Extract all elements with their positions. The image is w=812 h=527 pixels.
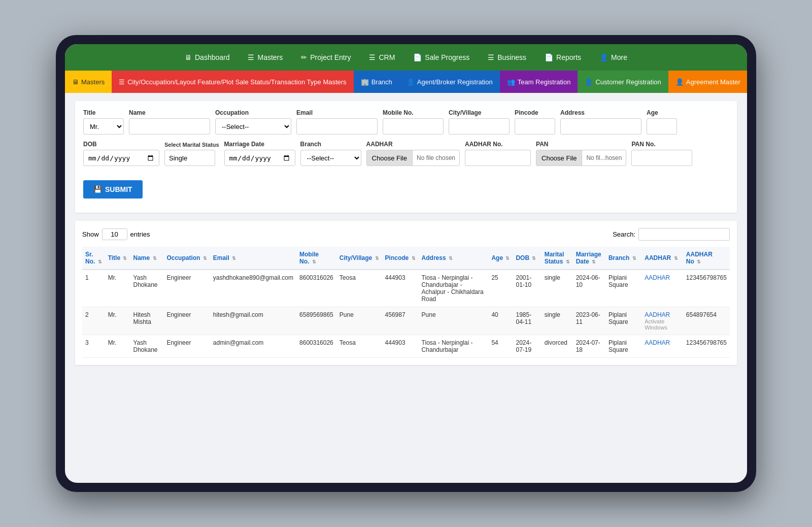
col-occupation[interactable]: Occupation ⇅ bbox=[163, 247, 210, 270]
col-aadhar[interactable]: AADHAR ⇅ bbox=[641, 247, 683, 270]
marital-input[interactable] bbox=[164, 150, 215, 166]
header-row: Sr.No. ⇅ Title ⇅ Name ⇅ Occupation ⇅ Ema… bbox=[82, 247, 730, 270]
top-navigation: 🖥 Dashboard ☰ Masters ✏ Project Entry ☰ … bbox=[65, 44, 747, 71]
search-input[interactable] bbox=[638, 228, 730, 241]
dob-input[interactable] bbox=[83, 150, 159, 166]
table-cell: Yash Dhokane bbox=[130, 335, 163, 358]
pan-no-input[interactable] bbox=[631, 150, 692, 166]
col-age[interactable]: Age ⇅ bbox=[488, 247, 513, 270]
nav-project-entry[interactable]: ✏ Project Entry bbox=[293, 49, 359, 65]
aadhar-file-name: No file chosen bbox=[413, 154, 459, 161]
subnav-customer-icon: 👤 bbox=[585, 78, 593, 86]
table-cell: 2 bbox=[82, 307, 105, 335]
col-address[interactable]: Address ⇅ bbox=[419, 247, 489, 270]
address-input[interactable] bbox=[560, 118, 641, 135]
table-cell: 123456798765 bbox=[683, 270, 730, 307]
table-cell: Mr. bbox=[105, 335, 130, 358]
pincode-group: Pincode bbox=[515, 109, 555, 135]
city-label: City/Village bbox=[449, 109, 510, 116]
aadhar-link[interactable]: AADHAR bbox=[645, 274, 670, 281]
show-label: Show bbox=[82, 230, 99, 238]
pan-no-group: PAN No. bbox=[631, 141, 692, 166]
nav-dashboard[interactable]: 🖥 Dashboard bbox=[177, 49, 238, 65]
email-group: Email bbox=[296, 109, 378, 135]
subnav-customer[interactable]: 👤 Customer Registration bbox=[578, 71, 668, 93]
nav-reports[interactable]: 📄 Reports bbox=[536, 49, 589, 65]
col-title[interactable]: Title ⇅ bbox=[105, 247, 130, 270]
col-name[interactable]: Name ⇅ bbox=[130, 247, 163, 270]
subnav-branch[interactable]: 🏢 Branch bbox=[354, 71, 399, 93]
table-cell: admin@gmail.com bbox=[210, 335, 296, 358]
pan-label: PAN bbox=[536, 141, 626, 148]
submit-button[interactable]: 💾 SUBMIT bbox=[83, 180, 143, 199]
email-label: Email bbox=[296, 109, 378, 116]
nav-business[interactable]: ☰ Business bbox=[480, 49, 534, 65]
col-mobile[interactable]: MobileNo. ⇅ bbox=[296, 247, 336, 270]
branch-group: Branch --Select--Piplani Square bbox=[300, 141, 361, 166]
col-aadhar-no[interactable]: AADHARNo ⇅ bbox=[683, 247, 730, 270]
table-cell: 6589569865 bbox=[296, 307, 336, 335]
branch-select[interactable]: --Select--Piplani Square bbox=[300, 150, 361, 166]
table-cell: Yash Dhokane bbox=[130, 270, 163, 307]
occupation-label: Occupation bbox=[215, 109, 291, 116]
age-input[interactable] bbox=[647, 118, 677, 135]
subnav-masters[interactable]: 🖥 Masters bbox=[65, 71, 112, 93]
search-label: Search: bbox=[613, 230, 635, 238]
table-cell: 2024-07-19 bbox=[513, 335, 541, 358]
col-email[interactable]: Email ⇅ bbox=[210, 247, 296, 270]
table-cell: 2024-07-18 bbox=[573, 335, 605, 358]
title-select[interactable]: Mr.Mrs.Ms.Dr. bbox=[83, 118, 124, 135]
occupation-group: Occupation --Select--EngineerDoctorLawye… bbox=[215, 109, 291, 135]
nav-masters[interactable]: ☰ Masters bbox=[240, 49, 291, 65]
marriage-date-input[interactable] bbox=[224, 150, 295, 166]
pan-group: PAN Choose File No fil...hosen bbox=[536, 141, 626, 166]
form-row-1: Title Mr.Mrs.Ms.Dr. Name Occupation --Se… bbox=[83, 109, 729, 135]
aadhar-choose-button[interactable]: Choose File bbox=[367, 150, 413, 166]
name-input[interactable] bbox=[129, 118, 210, 135]
col-sr[interactable]: Sr.No. ⇅ bbox=[82, 247, 105, 270]
table-cell: 25 bbox=[488, 270, 513, 307]
aadhar-link[interactable]: AADHAR bbox=[645, 311, 670, 318]
subnav-agreement[interactable]: 👤 Agreement Master bbox=[668, 71, 747, 93]
nav-dashboard-label: Dashboard bbox=[195, 53, 230, 61]
entries-input[interactable]: 10 bbox=[102, 228, 127, 240]
mobile-input[interactable] bbox=[383, 118, 444, 135]
pan-choose-button[interactable]: Choose File bbox=[536, 150, 582, 166]
col-city[interactable]: City/Village ⇅ bbox=[336, 247, 382, 270]
nav-crm[interactable]: ☰ CRM bbox=[361, 49, 403, 65]
subnav-city[interactable]: ☰ City/Occupation/Layout Feature/Plot Sa… bbox=[112, 71, 353, 93]
nav-more[interactable]: 👤 More bbox=[591, 49, 635, 65]
aadhar-link[interactable]: AADHAR bbox=[645, 339, 670, 346]
col-dob[interactable]: DOB ⇅ bbox=[513, 247, 541, 270]
subnav-branch-icon: 🏢 bbox=[361, 78, 369, 86]
marital-group: Select Marital Status bbox=[164, 142, 219, 166]
email-input[interactable] bbox=[296, 118, 378, 135]
nav-more-label: More bbox=[611, 53, 627, 61]
table-cell: 123456798765 bbox=[683, 335, 730, 358]
pincode-input[interactable] bbox=[515, 118, 555, 135]
aadhar-no-label: AADHAR No. bbox=[465, 141, 531, 148]
dob-group: DOB bbox=[83, 141, 159, 166]
name-group: Name bbox=[129, 109, 210, 135]
city-input[interactable] bbox=[449, 118, 510, 135]
nav-reports-label: Reports bbox=[556, 53, 581, 61]
submit-group: x 💾 SUBMIT bbox=[83, 171, 143, 199]
col-marital[interactable]: MaritalStatus ⇅ bbox=[542, 247, 573, 270]
title-group: Title Mr.Mrs.Ms.Dr. bbox=[83, 109, 124, 135]
search-box: Search: bbox=[613, 228, 730, 241]
pincode-label: Pincode bbox=[515, 109, 555, 116]
col-pincode[interactable]: Pincode ⇅ bbox=[382, 247, 419, 270]
subnav-agent-label: Agent/Broker Registration bbox=[417, 78, 493, 86]
subnav-team[interactable]: 👥 Team Registration bbox=[500, 71, 578, 93]
project-entry-icon: ✏ bbox=[301, 53, 307, 61]
subnav-agent[interactable]: 👤 Agent/Broker Registration bbox=[399, 71, 500, 93]
col-marriage[interactable]: MarriageDate ⇅ bbox=[573, 247, 605, 270]
table-cell: Hitesh Mishta bbox=[130, 307, 163, 335]
entries-label: entries bbox=[130, 230, 150, 238]
nav-project-entry-label: Project Entry bbox=[310, 53, 351, 61]
aadhar-no-input[interactable] bbox=[465, 150, 531, 166]
nav-sale-progress[interactable]: 📄 Sale Progress bbox=[405, 49, 478, 65]
col-branch[interactable]: Branch ⇅ bbox=[605, 247, 641, 270]
table-cell: 654897654 bbox=[683, 307, 730, 335]
occupation-select[interactable]: --Select--EngineerDoctorLawyer bbox=[215, 118, 291, 135]
